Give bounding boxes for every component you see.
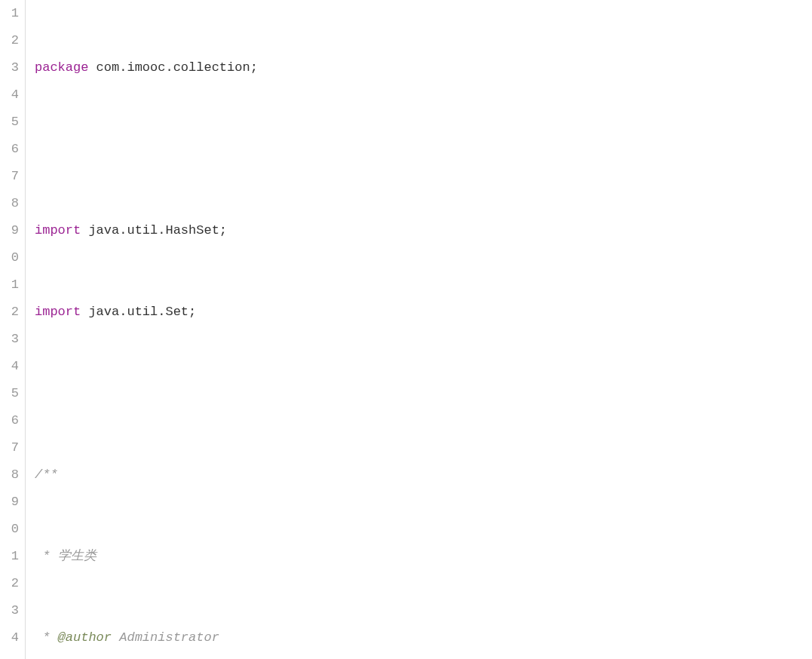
line-number: 3 [0,54,19,81]
code-line[interactable]: /** [35,461,812,489]
javadoc-desc: * 学生类 [35,549,97,563]
javadoc-tag-author: @author [58,630,112,645]
line-number: 1 [0,271,19,299]
line-number: 1 [0,0,19,27]
line-number: 0 [0,516,19,543]
code-line[interactable]: * @author Administrator [35,624,812,651]
code-line[interactable] [35,136,812,163]
code-line[interactable]: import java.util.HashSet; [35,217,812,244]
keyword-import: import [35,223,81,238]
code-line[interactable] [35,380,812,407]
line-number: 7 [0,434,19,461]
line-number: 6 [0,136,19,163]
line-number: 1 [0,543,19,570]
keyword-import: import [35,305,81,319]
line-number: 5 [0,380,19,407]
line-number-gutter: 1 2 3 4 5 6 7 8 9 0 1 2 3 4 5 6 7 8 9 0 … [0,0,26,659]
line-number: 9 [0,489,19,516]
line-number: 2 [0,570,19,597]
line-number: 4 [0,624,19,651]
code-line[interactable]: * 学生类 [35,543,812,570]
line-number: 2 [0,27,19,54]
code-line[interactable]: package com.imooc.collection; [35,54,812,81]
line-number: 8 [0,461,19,489]
keyword-package: package [35,60,88,75]
import-path: java.util.Set; [81,305,196,319]
line-number: 0 [0,244,19,271]
line-number: 2 [0,299,19,326]
javadoc-author-value: Administrator [112,630,219,645]
javadoc-open: /** [35,467,58,482]
code-editor[interactable]: package com.imooc.collection; import jav… [26,0,812,659]
package-name: com.imooc.collection; [88,60,257,75]
line-number: 4 [0,81,19,109]
import-path: java.util.HashSet; [81,223,227,238]
line-number: 6 [0,407,19,434]
line-number: 3 [0,326,19,353]
line-number: 3 [0,597,19,624]
line-number: 7 [0,163,19,190]
javadoc-author-prefix: * [35,630,58,645]
code-line[interactable]: import java.util.Set; [35,299,812,326]
line-number: 5 [0,109,19,136]
line-number: 4 [0,353,19,380]
line-number: 8 [0,190,19,217]
line-number: 9 [0,217,19,244]
